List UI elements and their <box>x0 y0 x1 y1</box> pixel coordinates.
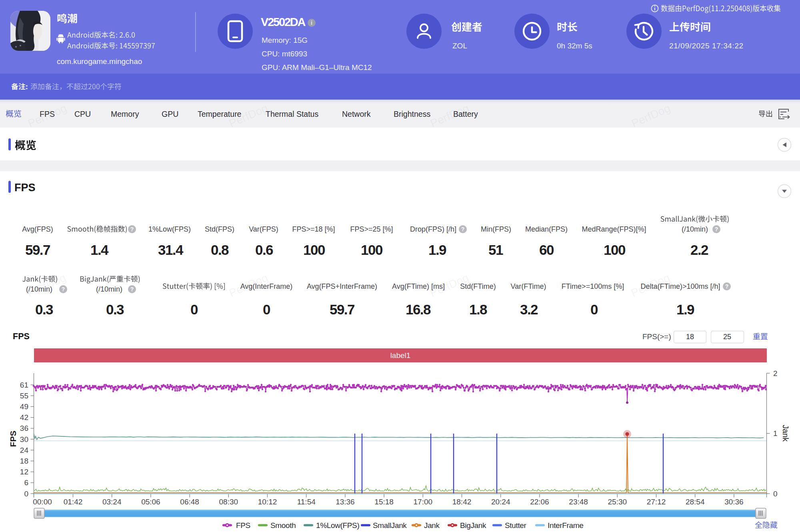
svg-text:25:30: 25:30 <box>608 498 627 506</box>
svg-text:FPS: FPS <box>40 110 55 118</box>
svg-text:FPS>=18 [%]: FPS>=18 [%] <box>292 225 335 233</box>
svg-text:05:06: 05:06 <box>141 498 160 506</box>
svg-text:60: 60 <box>539 242 554 258</box>
svg-text:100: 100 <box>361 242 383 258</box>
svg-text:FTime>=100ms [%]: FTime>=100ms [%] <box>562 282 624 290</box>
svg-text:55: 55 <box>20 392 28 400</box>
svg-text:1.8: 1.8 <box>469 302 487 317</box>
svg-text:Jank: Jank <box>781 425 790 442</box>
svg-text:CPU: CPU <box>74 110 91 118</box>
svg-text:(/10min): (/10min) <box>96 285 122 293</box>
svg-text:27:12: 27:12 <box>647 498 666 506</box>
svg-text:3.2: 3.2 <box>520 302 538 317</box>
svg-text:16.8: 16.8 <box>406 302 431 317</box>
svg-text:03:24: 03:24 <box>102 498 122 506</box>
svg-text:?: ? <box>725 283 729 290</box>
svg-text:ZOL: ZOL <box>452 42 467 50</box>
svg-text:Memory: Memory <box>111 110 139 118</box>
svg-text:30: 30 <box>20 435 28 444</box>
svg-text:?: ? <box>130 226 134 232</box>
svg-text:1%Low(FPS): 1%Low(FPS) <box>316 521 359 530</box>
svg-text:Median(FPS): Median(FPS) <box>525 225 568 233</box>
svg-text:Network: Network <box>342 110 371 118</box>
svg-text:0: 0 <box>773 490 778 498</box>
svg-text:1%Low(FPS): 1%Low(FPS) <box>148 225 191 233</box>
svg-text:Memory: 15G: Memory: 15G <box>262 36 308 44</box>
svg-text:0: 0 <box>190 302 198 317</box>
svg-text:30:36: 30:36 <box>724 498 744 506</box>
svg-text:Battery: Battery <box>453 110 478 118</box>
svg-text:51: 51 <box>488 242 503 258</box>
svg-text:Avg(FTime) [ms]: Avg(FTime) [ms] <box>392 282 445 290</box>
svg-text:0h 32m 5s: 0h 32m 5s <box>557 42 592 50</box>
svg-text:18: 18 <box>20 457 28 465</box>
svg-text:12: 12 <box>20 468 28 476</box>
svg-text:100: 100 <box>303 242 325 258</box>
svg-text:0: 0 <box>263 302 270 317</box>
svg-text:31.4: 31.4 <box>158 242 184 258</box>
svg-text:?: ? <box>130 286 134 292</box>
svg-text:(/10min): (/10min) <box>682 225 708 233</box>
svg-text:2.2: 2.2 <box>690 242 708 258</box>
svg-text:?: ? <box>461 226 465 232</box>
svg-text:17:00: 17:00 <box>414 498 433 506</box>
svg-text:01:42: 01:42 <box>64 498 83 506</box>
svg-text:FPS: FPS <box>236 521 250 530</box>
svg-text:(/10min): (/10min) <box>26 285 52 293</box>
svg-text:28:54: 28:54 <box>686 498 705 506</box>
svg-text:59.7: 59.7 <box>25 242 50 258</box>
svg-text:BigJank: BigJank <box>460 521 486 530</box>
svg-text:15:18: 15:18 <box>374 498 394 506</box>
svg-text:0: 0 <box>24 490 28 498</box>
svg-text:Std(FTime): Std(FTime) <box>460 282 496 290</box>
svg-text:22:06: 22:06 <box>530 498 549 506</box>
svg-text:MedRange(FPS)[%]: MedRange(FPS)[%] <box>582 225 646 233</box>
svg-text:23:48: 23:48 <box>569 498 588 506</box>
svg-text:?: ? <box>62 286 65 292</box>
svg-text:11:54: 11:54 <box>297 498 316 506</box>
svg-text:18:42: 18:42 <box>452 498 472 506</box>
svg-text:InterFrame: InterFrame <box>548 521 583 530</box>
svg-text:10:12: 10:12 <box>258 498 277 506</box>
svg-text:1: 1 <box>773 429 778 438</box>
svg-text:Delta(FTime)>100ms [/h]: Delta(FTime)>100ms [/h] <box>641 282 720 290</box>
svg-text:Avg(FPS): Avg(FPS) <box>22 225 53 233</box>
svg-text:GPU: GPU <box>162 110 178 118</box>
svg-text:label1: label1 <box>390 351 411 360</box>
svg-text:0.3: 0.3 <box>35 302 53 317</box>
svg-text:i: i <box>311 20 312 26</box>
svg-text:18: 18 <box>686 333 694 341</box>
svg-text:CPU: mt6993: CPU: mt6993 <box>262 50 307 58</box>
svg-text:24: 24 <box>20 446 29 454</box>
svg-text:Brightness: Brightness <box>394 110 430 118</box>
svg-text:FPS(>=): FPS(>=) <box>642 332 671 341</box>
svg-text:Avg(InterFrame): Avg(InterFrame) <box>240 282 293 290</box>
svg-text:Min(FPS): Min(FPS) <box>481 225 511 233</box>
svg-text:59.7: 59.7 <box>330 302 354 317</box>
svg-text:Temperature: Temperature <box>198 110 241 118</box>
svg-text:FPS>=25 [%]: FPS>=25 [%] <box>350 225 393 233</box>
svg-text:Smooth: Smooth <box>270 521 296 530</box>
svg-text:0: 0 <box>590 302 598 317</box>
svg-text:0.8: 0.8 <box>211 242 229 258</box>
svg-text:Std(FPS): Std(FPS) <box>205 225 234 233</box>
svg-text:36: 36 <box>20 424 28 432</box>
svg-text:GPU: ARM Mali–G1–Ultra MC12: GPU: ARM Mali–G1–Ultra MC12 <box>262 63 372 72</box>
svg-text:21/09/2025 17:34:22: 21/09/2025 17:34:22 <box>669 42 744 50</box>
svg-text:61: 61 <box>20 381 28 389</box>
svg-text:com.kurogame.mingchao: com.kurogame.mingchao <box>57 57 142 66</box>
svg-text:Var(FPS): Var(FPS) <box>249 225 278 233</box>
svg-text:25: 25 <box>723 333 731 341</box>
svg-text:Drop(FPS) [/h]: Drop(FPS) [/h] <box>410 225 456 233</box>
svg-text:100: 100 <box>604 242 626 258</box>
svg-text:Avg(FPS+InterFrame): Avg(FPS+InterFrame) <box>307 282 377 290</box>
svg-text:Jank: Jank <box>424 521 440 530</box>
svg-text:SmallJank: SmallJank <box>373 521 407 530</box>
svg-text:08:30: 08:30 <box>219 498 238 506</box>
svg-text:20:24: 20:24 <box>491 498 510 506</box>
svg-text:1.9: 1.9 <box>428 242 446 258</box>
svg-text:Var(FTime): Var(FTime) <box>511 282 546 290</box>
svg-text:0.3: 0.3 <box>106 302 124 317</box>
svg-text:13:36: 13:36 <box>336 498 355 506</box>
svg-text:06:48: 06:48 <box>180 498 199 506</box>
